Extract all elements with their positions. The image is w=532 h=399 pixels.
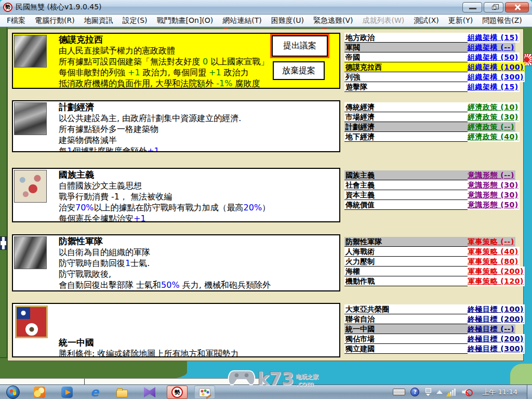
panel-icon-democracy (14, 35, 47, 68)
policy-row[interactable]: 列強組織架構 (300) (344, 72, 525, 82)
policy-row[interactable]: 資本主義意識形態 (30) (344, 190, 520, 200)
policy-row[interactable]: 機動作戰軍事策略 (120) (344, 276, 525, 286)
taskbar-photo-app[interactable] (29, 385, 50, 399)
policy-group-military-strategy: 防禦性軍隊軍事策略 (--)人海戰術軍事策略 (40)火力壓制軍事策略 (80)… (344, 237, 525, 286)
panel-text-line: 建築物價格減半 (59, 135, 338, 145)
map-land-right-top (524, 27, 532, 54)
menu-item[interactable]: 電腦行動(R) (30, 15, 79, 26)
network-warning-icon[interactable] (448, 388, 457, 396)
policy-row[interactable]: 統一中國終極目標 (--) (344, 324, 515, 334)
help-icon[interactable] (410, 388, 419, 396)
menu-item[interactable]: 問題報告(Z) (477, 15, 527, 26)
policy-row[interactable]: 傳統價值意識形態 (50) (344, 200, 520, 210)
desktop-screen: 勢 民國無雙 (核心v1.9.0.45) F檔案電腦行動(R)地圖資訊設定(S)… (0, 0, 532, 399)
photo-app-icon (34, 387, 45, 398)
menu-item[interactable]: 困難度(U) (267, 15, 309, 26)
policy-group-ultimate-goal: 大東亞共榮圈終極目標 (100)聯省自治終極目標 (200)統一中國終極目標 (… (344, 304, 525, 354)
abandon-proposal-button[interactable]: 放棄提案 (273, 61, 325, 80)
taskbar-paint[interactable] (194, 385, 215, 399)
policy-row[interactable]: 市場經濟經濟政策 (30) (344, 112, 520, 122)
policy-row-cost: 經濟政策 (10) (468, 102, 520, 112)
menu-item[interactable]: 網站連結(T) (218, 15, 266, 26)
policy-row[interactable]: 防禦性軍隊軍事策略 (--) (344, 237, 515, 247)
panel-text-line: 勝利條件: 收編或鏟除地圖上所有地方和軍閥勢力 (59, 348, 338, 357)
show-desktop-button[interactable] (527, 385, 532, 399)
panel-icon-nationalism (14, 170, 47, 203)
policy-row-cost: 經濟政策 (40) (468, 132, 520, 142)
taskbar-file-explorer[interactable] (112, 385, 132, 399)
app-window-icon[interactable] (424, 388, 431, 396)
policy-row-cost: 組織架構 (300) (468, 72, 525, 82)
panel-text-line: 戰爭行動消費 -1， 無法被收編 (59, 191, 338, 202)
policy-row[interactable]: 計劃經濟經濟政策 (--) (344, 122, 515, 132)
policy-row[interactable]: 德謨克拉西組織架構 (100) (344, 62, 525, 72)
policy-row[interactable]: 火力壓制軍事策略 (80) (344, 257, 520, 267)
panel-text: 統一中國勝利條件: 收編或鏟除地圖上所有地方和軍閥勢力每收編一個軍閥勢力能得到 … (59, 337, 338, 357)
panel-text-line: 每個憲兵全據點治安+1 (59, 213, 338, 222)
start-button[interactable] (6, 385, 20, 399)
policy-row[interactable]: 傳統經濟經濟政策 (10) (344, 102, 520, 112)
policy-row[interactable]: 遊擊隊組織架構 (15) (344, 82, 520, 92)
policy-panel-planned-economy: 計劃經濟以公共建設為主, 由政府計劃集中資源建立的經濟.所有據點額外多一格建築物… (12, 100, 340, 152)
policy-selection-panel: 德謨克拉西由人民直接賦予權力的憲政政體所有據點可設四個建築「無法對友好度 0 以… (7, 29, 524, 361)
policy-panel-democracy: 德謨克拉西由人民直接賦予權力的憲政政體所有據點可設四個建築「無法對友好度 0 以… (12, 33, 340, 89)
japan-flag-icon (524, 54, 532, 66)
policy-row[interactable]: 國族主義意識形態 (--) (344, 170, 515, 180)
menu-item[interactable]: 地圖資訊 (79, 15, 118, 26)
policy-row[interactable]: 人海戰術軍事策略 (40) (344, 247, 520, 257)
restore-icon (492, 6, 496, 10)
policy-row[interactable]: 地方政治組織架構 (15) (344, 33, 520, 43)
taskbar-kmplayer[interactable] (139, 385, 160, 399)
policy-row-name: 市場經濟 (344, 112, 468, 122)
policy-row-name: 社會主義 (344, 180, 468, 190)
panel-text-line: 以公共建設為主, 由政府計劃集中資源建立的經濟. (59, 113, 338, 124)
menu-item[interactable]: F檔案 (2, 15, 30, 26)
policy-row[interactable]: 地下經濟經濟政策 (40) (344, 132, 520, 142)
map-island-corner (510, 364, 532, 384)
taskbar-clock[interactable]: 上午 11:14 (478, 388, 522, 397)
policy-row-name: 地下經濟 (344, 132, 468, 142)
panel-text-line: 防守戰戰敗後, (59, 269, 338, 280)
taskbar-internet-explorer[interactable] (84, 385, 105, 399)
policy-panel-nationalism: 國族主義自體國族沙文主義思想戰爭行動消費 -1， 無法被收編治安70%以上的據點… (12, 168, 340, 222)
policy-row-cost: 意識形態 (30) (468, 190, 520, 200)
menu-item[interactable]: 更新(Y) (444, 15, 477, 26)
taskbar-game-window[interactable]: 勢 (167, 385, 188, 399)
policy-row-name: 統一中國 (344, 324, 468, 334)
show-hidden-arrow-icon[interactable] (436, 390, 443, 394)
policy-group-organization: 地方政治組織架構 (15)軍閥組織架構 (--)帝國組織架構 (50)德謨克拉西… (344, 33, 525, 92)
window-title: 民國無雙 (核心v1.9.0.45) (16, 3, 102, 12)
policy-row-name: 獨立建國 (344, 344, 468, 354)
taskbar: 勢 上午 11:14 (0, 384, 532, 399)
policy-row[interactable]: 海權軍事策略 (200) (344, 267, 525, 276)
restore-button[interactable] (484, 2, 503, 12)
keyboard-icon[interactable] (393, 389, 405, 395)
policy-row[interactable]: 帝國組織架構 (50) (344, 52, 520, 62)
minimize-button[interactable] (462, 2, 482, 12)
volume-muted-icon[interactable] (462, 388, 473, 396)
policy-row[interactable]: 大東亞共榮圈終極目標 (100) (344, 304, 525, 314)
policy-row-name: 地方政治 (344, 33, 468, 43)
menu-item[interactable]: 戰鬥動畫[On](O) (152, 15, 218, 26)
policy-row[interactable]: 社會主義意識形態 (30) (344, 180, 520, 190)
policy-row-name: 德謨克拉西 (344, 62, 468, 72)
policy-row-cost: 意識形態 (50) (468, 200, 520, 210)
menu-item[interactable]: 緊急逃難(V) (309, 15, 358, 26)
menu-item: 成就列表(W) (357, 15, 409, 26)
menu-item[interactable]: 測試(X) (409, 15, 444, 26)
taskbar-media-player[interactable] (57, 385, 77, 399)
submit-proposal-button[interactable]: 提出議案 (272, 35, 328, 57)
policy-row[interactable]: 聯省自治終極目標 (200) (344, 314, 525, 324)
policy-row[interactable]: 軍閥組織架構 (--) (344, 43, 515, 52)
policy-row-cost: 組織架構 (--) (468, 43, 515, 52)
policy-row[interactable]: 獨佔市場終極目標 (200) (344, 334, 525, 344)
policy-row[interactable]: 獨立建國終極目標 (300) (344, 344, 525, 354)
app-logo-icon: 勢 (3, 3, 12, 12)
policy-row-cost: 經濟政策 (--) (468, 122, 515, 132)
close-button[interactable] (505, 2, 529, 12)
policy-row-cost: 軍事策略 (--) (468, 237, 515, 247)
panel-text: 國族主義自體國族沙文主義思想戰爭行動消費 -1， 無法被收編治安70%以上的據點… (59, 169, 338, 222)
menu-item[interactable]: 設定(S) (118, 15, 152, 26)
policy-row-name: 大東亞共榮圈 (344, 304, 468, 314)
panel-title: 統一中國 (59, 337, 338, 348)
